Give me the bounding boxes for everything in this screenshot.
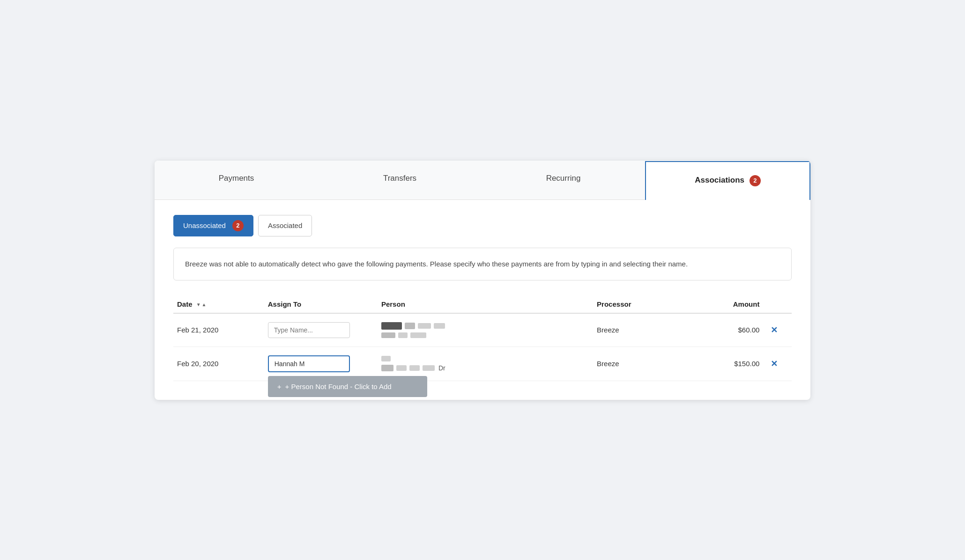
plus-icon: + [277,383,282,391]
tab-navigation: Payments Transfers Recurring Association… [155,161,810,200]
row1-remove-button[interactable]: ✕ [767,323,781,337]
row1-name-input[interactable] [268,322,350,338]
row1-person-blocks [381,322,589,338]
table-row: Feb 20, 2020 + + Person Not Found - Clic… [173,346,792,381]
info-message-box: Breeze was not able to automatically det… [173,248,792,280]
app-container: Payments Transfers Recurring Association… [155,161,810,400]
sub-tab-bar: Unassociated 2 Associated [173,215,792,236]
person-block [410,332,426,338]
date-sort-icon: ▼ ▲ [196,302,207,307]
sort-arrow-down: ▼ [196,302,201,307]
associations-table: Date ▼ ▲ Assign To Person Processor [173,295,792,381]
col-header-person: Person [378,295,593,313]
tab-associations-label: Associations [695,176,744,184]
subtab-associated-label: Associated [268,221,302,229]
row2-date: Feb 20, 2020 [173,346,264,381]
row2-amount: $150.00 [695,346,763,381]
col-header-processor: Processor [593,295,695,313]
row1-date: Feb 21, 2020 [173,313,264,347]
person-block [418,323,431,329]
person-block [434,323,445,329]
tab-payments-label: Payments [219,174,254,183]
person-block [381,322,402,330]
tab-associations-badge: 2 [750,175,761,186]
row2-processor: Breeze [593,346,695,381]
col-header-assign-to: Assign To [264,295,378,313]
person-block [423,365,435,371]
person-not-found-label: + Person Not Found - Click to Add [285,383,392,391]
tab-associations[interactable]: Associations 2 [645,161,810,200]
person-dr-text: Dr [438,364,445,372]
tab-payments[interactable]: Payments [155,161,318,199]
row2-remove-cell: ✕ [763,346,792,381]
row1-person-row1 [381,322,589,330]
person-block [381,332,395,338]
col-header-amount: Amount [695,295,763,313]
content-area: Unassociated 2 Associated Breeze was not… [155,200,810,400]
row1-remove-cell: ✕ [763,313,792,347]
info-message-text: Breeze was not able to automatically det… [185,260,688,268]
tab-recurring-label: Recurring [546,174,581,183]
subtab-unassociated-badge: 2 [232,220,244,231]
subtab-unassociated[interactable]: Unassociated 2 [173,215,253,236]
row2-assign-to: + + Person Not Found - Click to Add [264,346,378,381]
person-block [396,365,407,371]
person-not-found-dropdown[interactable]: + + Person Not Found - Click to Add [268,376,427,397]
row2-dropdown-container: + + Person Not Found - Click to Add [268,355,374,372]
col-header-actions [763,295,792,313]
row1-processor: Breeze [593,313,695,347]
row1-person [378,313,593,347]
person-block [381,356,391,361]
table-row: Feb 21, 2020 [173,313,792,347]
col-header-date[interactable]: Date ▼ ▲ [173,295,264,313]
person-block [405,323,415,329]
tab-transfers-label: Transfers [383,174,416,183]
row2-person-blocks: Dr [381,356,589,372]
tab-transfers[interactable]: Transfers [318,161,482,199]
row2-remove-button[interactable]: ✕ [767,357,781,371]
row2-person-row1 [381,356,589,361]
row2-name-input[interactable] [268,355,350,372]
row1-person-row2 [381,332,589,338]
subtab-associated[interactable]: Associated [258,215,312,236]
row2-person-row2: Dr [381,364,589,372]
person-block [409,365,420,371]
row1-assign-to [264,313,378,347]
person-block [381,365,393,371]
row1-amount: $60.00 [695,313,763,347]
sort-arrow-up: ▲ [202,302,207,307]
tab-recurring[interactable]: Recurring [482,161,645,199]
subtab-unassociated-label: Unassociated [183,221,226,229]
person-block [398,332,408,338]
